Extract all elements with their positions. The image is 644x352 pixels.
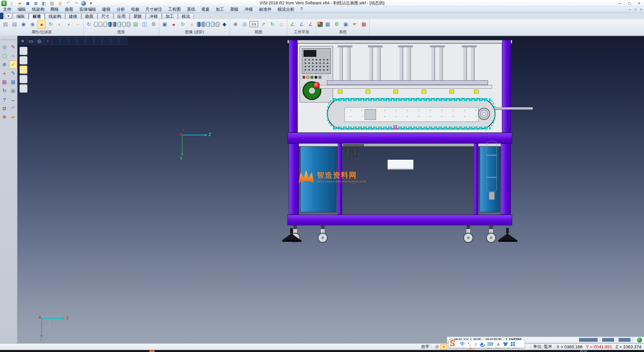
- microphone-icon[interactable]: [481, 343, 483, 346]
- group-check-icon[interactable]: [206, 22, 210, 27]
- viewport-canvas[interactable]: ≡▭◎+ × x Z Y × Z: [17, 36, 644, 343]
- layer-copy-icon[interactable]: ◫: [141, 20, 149, 29]
- menu-item[interactable]: 分析: [114, 7, 128, 12]
- sogou-logo-icon[interactable]: S: [449, 338, 455, 349]
- menu-item[interactable]: 塑模: [227, 7, 241, 12]
- toolbox-grid-icon[interactable]: [511, 342, 515, 346]
- image-filter-icon[interactable]: ●: [170, 20, 178, 29]
- layer-outline-icon[interactable]: [94, 22, 98, 27]
- fit-view-icon[interactable]: ▭: [27, 37, 35, 45]
- group-striped-icon[interactable]: [202, 22, 205, 27]
- taskbar-app-icon[interactable]: [149, 350, 155, 352]
- view-top-icon[interactable]: [52, 37, 60, 45]
- menu-item[interactable]: 曲面: [62, 7, 76, 12]
- group-filled-icon[interactable]: [197, 22, 201, 27]
- regen-view-icon[interactable]: ↻: [268, 20, 276, 29]
- group-hatch-icon[interactable]: [216, 22, 219, 27]
- close-button[interactable]: ×: [634, 0, 644, 6]
- mdi-control-button[interactable]: □: [633, 7, 638, 12]
- layer-outline-icon[interactable]: [103, 22, 107, 27]
- spline-pencil-icon[interactable]: ✎: [9, 69, 17, 77]
- zoom-preview-icon[interactable]: ◎: [0, 43, 8, 51]
- image-toggle-icon[interactable]: ±: [188, 20, 196, 29]
- menu-item[interactable]: 加工: [213, 7, 227, 12]
- mdi-control-button[interactable]: ─: [627, 7, 633, 12]
- menu-item[interactable]: 系统: [184, 7, 198, 12]
- tab-flow[interactable]: 模流: [178, 13, 194, 19]
- zoom-extents-icon[interactable]: ◎: [240, 20, 249, 29]
- filter-traffic-light-icon[interactable]: ●: [38, 20, 46, 29]
- view-left-icon[interactable]: [86, 37, 94, 45]
- layer-settings-icon[interactable]: ⚙: [150, 20, 158, 29]
- refresh-visibility-icon[interactable]: ↻: [47, 20, 55, 29]
- windows-taskbar[interactable]: 15:10: [0, 350, 644, 352]
- tab-wireframe[interactable]: 线架构: [45, 13, 65, 19]
- show-entities-icon[interactable]: ◉: [19, 20, 28, 29]
- maximize-button[interactable]: □: [625, 0, 634, 6]
- pan-view-icon[interactable]: ↗: [259, 20, 267, 29]
- layer-current-icon[interactable]: [113, 22, 116, 27]
- tab-die[interactable]: 冲模: [146, 13, 162, 19]
- navigator-wheel-icon[interactable]: ⊛: [0, 113, 8, 121]
- image-add-icon[interactable]: ▣: [161, 20, 169, 29]
- attribute-report-icon[interactable]: ▤: [10, 20, 18, 29]
- menu-item[interactable]: 编辑: [14, 7, 29, 12]
- view-pane-icon[interactable]: ▦: [9, 78, 17, 86]
- workplane-entity-icon[interactable]: ∠: [298, 20, 306, 29]
- hide-entities-icon[interactable]: ◉: [29, 20, 37, 29]
- magic-select-icon[interactable]: ★: [440, 344, 447, 350]
- workplane-view-icon[interactable]: ∠: [307, 20, 315, 29]
- menu-item[interactable]: 线架构: [29, 7, 48, 12]
- tab-standard[interactable]: 标准: [29, 13, 45, 19]
- wcs-axes-icon[interactable]: +: [0, 69, 8, 77]
- menu-item[interactable]: 电极: [128, 7, 143, 12]
- view-bottom-icon[interactable]: [60, 37, 68, 45]
- menu-item[interactable]: ?: [298, 7, 306, 12]
- tab-mould[interactable]: 塑膜: [130, 13, 146, 19]
- regen-refresh-icon[interactable]: ↻: [0, 87, 8, 95]
- menu-item[interactable]: 建模: [99, 7, 114, 12]
- solid-cube-icon[interactable]: ▣: [9, 87, 17, 95]
- fit-plane-icon[interactable]: ▢: [0, 52, 8, 60]
- soft-keyboard-icon[interactable]: ⌨: [487, 342, 493, 347]
- toggle-visibility-icon[interactable]: ◐: [56, 20, 64, 29]
- grid-settings-icon[interactable]: ▦: [360, 20, 368, 29]
- image-settings-icon[interactable]: ▦: [324, 20, 332, 29]
- show-all-icon[interactable]: +: [65, 20, 73, 29]
- window-config-icon[interactable]: ▣: [342, 20, 350, 29]
- menu-item[interactable]: 实体编辑: [76, 7, 99, 12]
- solid-view-icon[interactable]: ◆: [220, 20, 228, 29]
- zoom-scale-icon[interactable]: ⊕: [231, 20, 239, 29]
- delete-sketch-icon[interactable]: ✎: [9, 43, 17, 51]
- punctuation-icon[interactable]: °,: [468, 342, 471, 347]
- open-folder-icon[interactable]: ▰: [9, 113, 17, 121]
- layer-stack-icon[interactable]: ▤: [131, 20, 140, 29]
- tab-surface[interactable]: 曲面: [82, 13, 97, 19]
- color-table-icon[interactable]: [318, 22, 323, 27]
- canvas-menu-icon[interactable]: ≡: [18, 37, 26, 45]
- zoom-options-icon[interactable]: ⊕: [0, 60, 8, 69]
- tab-dimension[interactable]: 尺寸: [98, 13, 113, 19]
- view-iso-se-icon[interactable]: [102, 37, 110, 45]
- system-settings-icon[interactable]: ⚙: [333, 20, 341, 29]
- menu-item[interactable]: 模流分析: [275, 7, 298, 12]
- view-iso-icon[interactable]: [119, 37, 127, 45]
- entity-attributes-icon[interactable]: ▨: [1, 20, 9, 29]
- tab-machining[interactable]: 加工: [162, 13, 178, 19]
- sketch-curve-icon[interactable]: ~: [9, 52, 17, 60]
- menu-item[interactable]: 网格: [48, 7, 62, 12]
- layer-palette-icon[interactable]: ▦: [0, 78, 8, 86]
- view-front-icon[interactable]: [69, 37, 77, 45]
- measure-distance-icon[interactable]: ↔: [9, 95, 17, 103]
- workplane-world-icon[interactable]: ∠: [288, 20, 297, 29]
- undo-back-icon[interactable]: ↶: [9, 104, 17, 112]
- help-icon[interactable]: ?: [0, 95, 8, 103]
- tab-application[interactable]: 应用: [114, 13, 129, 19]
- axes-origin-icon[interactable]: +: [44, 37, 52, 45]
- view-iso-sw-icon[interactable]: [111, 37, 119, 45]
- menu-item[interactable]: 文件: [0, 7, 14, 12]
- refresh-layers-icon[interactable]: ↻: [85, 20, 93, 29]
- layer-filled-icon[interactable]: [108, 22, 112, 27]
- layer-outline-icon[interactable]: [99, 22, 102, 27]
- globe-icon[interactable]: [637, 338, 642, 343]
